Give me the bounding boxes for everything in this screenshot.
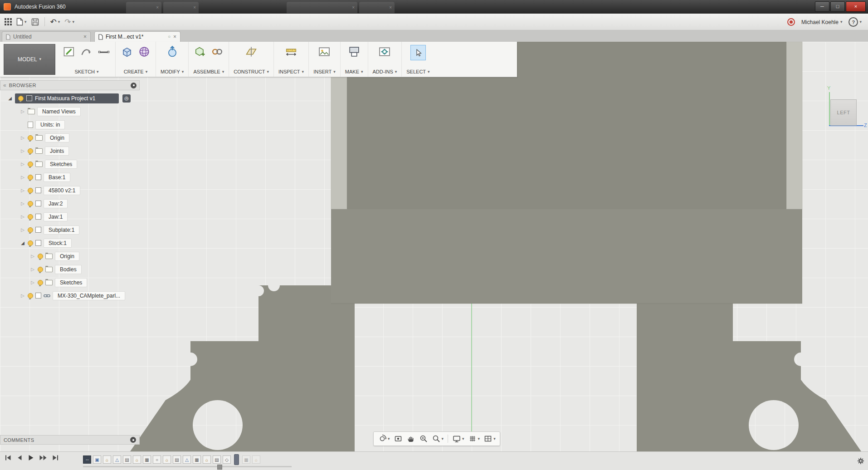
viewcube[interactable]: Y Z LEFT (820, 85, 867, 131)
timeline-feature-icon[interactable]: ▤ (123, 455, 131, 464)
timeline-feature-icon[interactable]: ⌂ (133, 455, 141, 464)
live-sync-status-icon[interactable] (787, 18, 795, 26)
tree-row-named-views[interactable]: ▷ Named Views (0, 105, 140, 118)
viewcube-face-left[interactable]: LEFT (830, 99, 857, 126)
bulb-icon[interactable] (28, 148, 33, 154)
tree-row-stock-origin[interactable]: ▷ Origin (0, 250, 140, 263)
timeline-feature-icon[interactable]: ▤ (213, 455, 221, 464)
timeline-feature-icon[interactable]: △ (113, 455, 121, 464)
timeline-feature-icon[interactable]: ⌂ (103, 455, 111, 464)
tree-row-stock1[interactable]: ◢ Stock:1 (0, 236, 140, 250)
maximize-button[interactable]: □ (830, 1, 845, 12)
tree-row-jaw1[interactable]: ▷ Jaw:1 (0, 210, 140, 223)
tree-row-45800[interactable]: ▷ 45800 v2:1 (0, 184, 140, 197)
viewports[interactable]: ▾ (482, 433, 497, 444)
menu-assemble[interactable]: ASSEMBLE ▾ (193, 69, 224, 74)
expand-arrow-icon[interactable]: ▷ (30, 280, 35, 285)
tab-close-icon[interactable]: × (83, 34, 87, 39)
expand-arrow-icon[interactable]: ▷ (20, 149, 25, 153)
bulb-icon[interactable] (28, 214, 33, 220)
root-component[interactable]: First Matsuura Project v1 (15, 93, 119, 103)
expand-arrow-icon[interactable]: ◢ (7, 96, 13, 101)
timeline-feature-icon[interactable]: ○ (153, 455, 161, 464)
expand-arrow-icon[interactable]: ▷ (20, 215, 25, 219)
bulb-icon[interactable] (38, 280, 43, 285)
timeline-play-button[interactable] (27, 454, 34, 461)
bulb-icon[interactable] (28, 293, 33, 299)
bulb-icon[interactable] (18, 96, 24, 101)
comments-options-icon[interactable] (130, 437, 136, 443)
grid-settings[interactable]: ▾ (467, 433, 482, 444)
bulb-icon[interactable] (28, 162, 33, 167)
timeline-feature-icon[interactable]: ⌂ (252, 455, 260, 464)
expand-arrow-icon[interactable]: ▷ (20, 175, 25, 180)
panel-options-icon[interactable] (131, 83, 137, 88)
close-button[interactable]: × (846, 1, 866, 12)
bulb-icon[interactable] (38, 267, 43, 272)
bulb-icon[interactable] (38, 254, 43, 259)
make-3dprint-icon[interactable] (347, 45, 361, 59)
sketch-line-icon[interactable] (97, 45, 111, 59)
tree-row-root[interactable]: ◢ First Matsuura Project v1 ◎ (0, 92, 140, 105)
tree-row-stock-sketches[interactable]: ▷ Sketches (0, 276, 140, 289)
timeline-goto-end-button[interactable] (52, 454, 59, 461)
bulb-icon[interactable] (28, 188, 33, 193)
timeline-feature-icon[interactable]: ◇ (223, 455, 231, 464)
timeline-feature-icon[interactable]: ··· (83, 455, 91, 464)
tree-row-subplate1[interactable]: ▷ Subplate:1 (0, 223, 140, 236)
zoom-window-tool[interactable]: ▾ (430, 433, 445, 444)
model-stock-block[interactable] (331, 209, 802, 304)
expand-arrow-icon[interactable]: ▷ (30, 267, 35, 272)
comments-bar[interactable]: COMMENTS (0, 435, 140, 445)
tree-row-jaw2[interactable]: ▷ Jaw:2 (0, 197, 140, 210)
sketch-spline-icon[interactable] (80, 45, 93, 59)
press-pull-icon[interactable] (166, 45, 179, 59)
menu-modify[interactable]: MODIFY ▾ (161, 69, 184, 74)
menu-sketch[interactable]: SKETCH ▾ (74, 69, 98, 74)
collapse-panel-icon[interactable]: « (3, 83, 6, 88)
tree-row-sketches[interactable]: ▷ Sketches (0, 157, 140, 171)
save-button[interactable] (31, 18, 39, 26)
timeline-feature-icon[interactable]: ▦ (143, 455, 151, 464)
menu-make[interactable]: MAKE ▾ (345, 69, 363, 74)
menu-create[interactable]: CREATE ▾ (124, 69, 147, 74)
expand-arrow-icon[interactable]: ◢ (20, 241, 25, 245)
orbit-tool[interactable]: ▾ (376, 433, 391, 444)
tree-row-units[interactable]: Units: in (0, 118, 140, 131)
expand-arrow-icon[interactable]: ▷ (20, 294, 25, 298)
user-account-menu[interactable]: Michael Koehle ▾ (801, 19, 843, 25)
select-tool-active[interactable] (410, 45, 426, 60)
construction-plane-icon[interactable] (244, 45, 258, 59)
tree-row-joints[interactable]: ▷ Joints (0, 144, 140, 157)
create-sketch-icon[interactable] (63, 45, 76, 59)
app-launcher-icon[interactable] (5, 18, 12, 25)
tree-row-mx330[interactable]: ▷ MX-330_CAMplete_parl... (0, 289, 140, 302)
timeline-feature-icon[interactable]: ⌂ (163, 455, 171, 464)
bulb-icon[interactable] (28, 240, 33, 246)
expand-arrow-icon[interactable]: ▷ (20, 136, 25, 140)
timeline-feature-icon[interactable]: ▦ (193, 455, 201, 464)
measure-icon[interactable] (284, 45, 298, 59)
expand-arrow-icon[interactable]: ▷ (20, 162, 25, 166)
workspace-switcher[interactable]: MODEL ▾ (4, 44, 55, 75)
tab-active-document[interactable]: First M...ect v1* ○ × (94, 31, 180, 42)
tree-row-origin[interactable]: ▷ Origin (0, 131, 140, 144)
joint-icon[interactable] (210, 45, 224, 59)
expand-arrow-icon[interactable]: ▷ (20, 201, 25, 206)
timeline-feature-icon[interactable]: ⌂ (203, 455, 211, 464)
file-menu-button[interactable]: ▾ (16, 18, 27, 26)
new-component-icon[interactable] (193, 45, 207, 59)
minimize-button[interactable]: ─ (815, 1, 829, 12)
timeline-feature-icon[interactable]: ▣ (93, 455, 101, 464)
tree-row-base1[interactable]: ▷ Base:1 (0, 171, 140, 184)
look-at-tool[interactable] (392, 433, 404, 444)
expand-arrow-icon[interactable]: ▷ (20, 228, 25, 232)
expand-arrow-icon[interactable]: ▷ (20, 109, 25, 114)
timeline-step-forward-button[interactable] (39, 454, 48, 461)
menu-construct[interactable]: CONSTRUCT ▾ (234, 69, 269, 74)
help-menu[interactable]: ? ▾ (848, 17, 862, 27)
menu-addins[interactable]: ADD-INS ▾ (373, 69, 397, 74)
expand-arrow-icon[interactable]: ▷ (30, 254, 35, 259)
timeline-scrub-track[interactable] (83, 466, 292, 467)
timeline-settings[interactable] (857, 457, 864, 466)
